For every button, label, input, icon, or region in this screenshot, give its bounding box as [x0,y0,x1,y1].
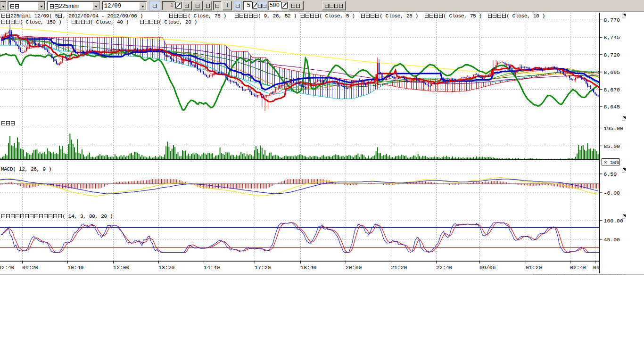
svg-text:17:20: 17:20 [255,264,271,271]
svg-text:8,720: 8,720 [604,52,620,58]
svg-text:02:40: 02:40 [570,264,586,271]
svg-text:6.50: 6.50 [604,171,617,177]
svg-text:09/06: 09/06 [479,264,496,271]
svg-text:13:20: 13:20 [158,264,175,271]
svg-text:12:00: 12:00 [113,264,130,271]
svg-text:09:20: 09:20 [22,264,39,271]
svg-text:22:40: 22:40 [436,264,453,271]
svg-text:14:40: 14:40 [204,264,220,271]
svg-text:01:20: 01:20 [526,264,542,271]
svg-text:21:20: 21:20 [391,264,407,271]
svg-text:× 100: × 100 [604,160,619,165]
svg-text:8,695: 8,695 [604,69,620,75]
svg-text:195.00: 195.00 [604,125,624,132]
svg-text:18:40: 18:40 [300,264,317,271]
svg-text:85.00: 85.00 [604,143,620,149]
svg-text:100.00: 100.00 [604,218,624,224]
svg-text:8,670: 8,670 [604,87,620,93]
svg-text:10:40: 10:40 [67,264,84,271]
svg-text:8,770: 8,770 [604,17,620,23]
svg-text:8,645: 8,645 [604,104,620,110]
svg-text:20:00: 20:00 [346,264,362,271]
svg-text:8,745: 8,745 [604,34,620,41]
svg-text:09: 09 [593,264,600,271]
svg-text:02:40: 02:40 [0,264,15,271]
svg-text:45.00: 45.00 [604,237,620,243]
svg-text:-6.00: -6.00 [604,190,620,196]
